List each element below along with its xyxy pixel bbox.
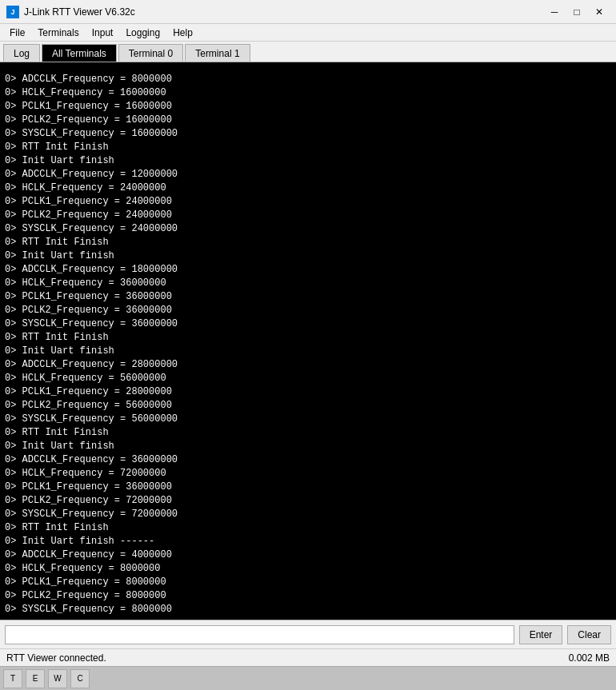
terminal-line: 0> PCLK1_Frequency = 36000000 [5,481,611,494]
title-bar-buttons: ─ □ ✕ [544,4,610,20]
enter-button[interactable]: Enter [519,625,563,644]
terminal-line: 0> Init Uart finish [5,345,611,358]
tab-bar: Log All Terminals Terminal 0 Terminal 1 [0,42,616,62]
terminal-line: 0> ADCCLK_Frequency = 4000000 [5,548,611,562]
terminal-line: 0> Init Uart finish [5,249,611,263]
tab-terminal-0[interactable]: Terminal 0 [118,44,183,62]
taskbar-icon-2[interactable]: E [26,669,45,688]
menu-help[interactable]: Help [166,26,199,40]
terminal-line: 0> PCLK1_Frequency = 36000000 [5,290,611,304]
menu-logging[interactable]: Logging [119,26,166,40]
terminal-line: 0> Init Uart finish ------ [5,535,611,548]
terminal-line: 0> RTT Init Finish [5,236,611,249]
terminal-line: 0> PCLK2_Frequency = 36000000 [5,304,611,317]
memory-usage: 0.002 MB [569,652,610,664]
terminal-line: 0> SYSCLK_Frequency = 8000000 [5,603,611,616]
status-bar: RTT Viewer connected. 0.002 MB [0,648,616,666]
terminal-line: 0> HCLK_Frequency = 36000000 [5,277,611,290]
terminal-line: 0> HCLK_Frequency = 8000000 [5,562,611,576]
terminal-line: 0> ADCCLK_Frequency = 28000000 [5,358,611,372]
menu-bar: File Terminals Input Logging Help [0,24,616,42]
terminal-line: 0> PCLK1_Frequency = 24000000 [5,195,611,209]
terminal-line: 0> SYSCLK_Frequency = 16000000 [5,127,611,141]
terminal-line: 0> ADCCLK_Frequency = 18000000 [5,263,611,277]
terminal-line: 0> Init Uart finish [5,154,611,168]
terminal-line: 0> HCLK_Frequency = 56000000 [5,372,611,385]
terminal-line: 0> ADCCLK_Frequency = 36000000 [5,453,611,467]
terminal-line: 0> RTT Init Finish [5,521,611,535]
tab-terminal-1[interactable]: Terminal 1 [185,44,250,62]
app-icon: J [6,6,19,18]
terminal-line: 0> ADCCLK_Frequency = 8000000 [5,73,611,86]
menu-input[interactable]: Input [86,26,120,40]
terminal-line: 0> HCLK_Frequency = 16000000 [5,86,611,100]
menu-file[interactable]: File [3,26,31,40]
title-bar: J J-Link RTT Viewer V6.32c ─ □ ✕ [0,0,616,24]
taskbar: T E W C [0,666,616,690]
terminal-line: 0> PCLK2_Frequency = 16000000 [5,114,611,127]
terminal-line: 0> HCLK_Frequency = 72000000 [5,467,611,481]
minimize-button[interactable]: ─ [544,4,565,20]
terminal-line: 0> PCLK2_Frequency = 24000000 [5,209,611,222]
terminal-line: 0> SYSCLK_Frequency = 56000000 [5,413,611,426]
taskbar-icon-1[interactable]: T [3,669,22,688]
terminal-line: 0> PCLK1_Frequency = 28000000 [5,385,611,399]
terminal-line: 0> Init Uart finish [5,440,611,453]
bottom-bar: Enter Clear [0,620,616,648]
command-input[interactable] [5,625,514,644]
taskbar-icon-3[interactable]: W [48,669,67,688]
terminal-line: 0> SYSCLK_Frequency = 72000000 [5,508,611,521]
terminal-line: 0> ADCCLK_Frequency = 12000000 [5,168,611,181]
clear-button[interactable]: Clear [567,625,611,644]
menu-terminals[interactable]: Terminals [31,26,85,40]
close-button[interactable]: ✕ [589,4,610,20]
terminal-line: 0> SYSCLK_Frequency = 24000000 [5,222,611,236]
terminal-line: 0> RTT Init Finish [5,141,611,154]
terminal-line: 0> PCLK1_Frequency = 16000000 [5,100,611,114]
tab-all-terminals[interactable]: All Terminals [42,44,117,62]
terminal-output: 0> ADCCLK_Frequency = 80000000> HCLK_Fre… [0,62,616,620]
terminal-line: 0> RTT Init Finish [5,331,611,345]
taskbar-icon-4[interactable]: C [70,669,90,688]
tab-log[interactable]: Log [3,44,40,62]
title-bar-text: J-Link RTT Viewer V6.32c [24,6,544,18]
connection-status: RTT Viewer connected. [6,652,106,664]
terminal-line: 0> PCLK1_Frequency = 8000000 [5,576,611,589]
terminal-line: 0> HCLK_Frequency = 24000000 [5,181,611,195]
terminal-line: 0> SYSCLK_Frequency = 36000000 [5,317,611,331]
terminal-line: 0> RTT Init Finish [5,426,611,440]
terminal-line: 0> PCLK2_Frequency = 8000000 [5,589,611,603]
terminal-line: 0> PCLK2_Frequency = 72000000 [5,494,611,508]
restore-button[interactable]: □ [566,4,587,20]
terminal-line: 0> PCLK2_Frequency = 56000000 [5,399,611,413]
